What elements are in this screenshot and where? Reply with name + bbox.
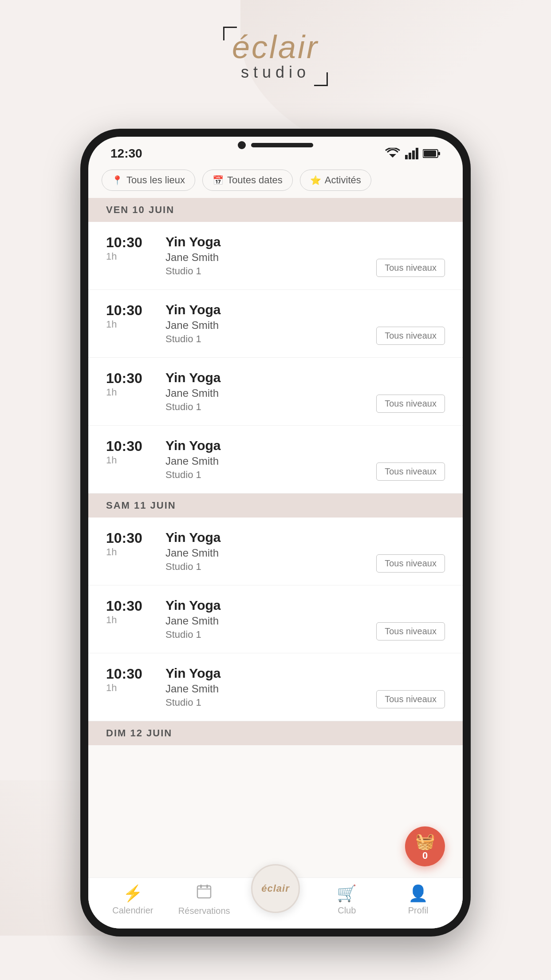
schedule-list[interactable]: VEN 10 JUIN 10:30 1h Yin Yoga Jane Smith… (88, 198, 463, 877)
day-header-sun-12-jun: DIM 12 JUIN (88, 721, 463, 745)
class-row[interactable]: 10:30 1h Yin Yoga Jane Smith Studio 1 To… (88, 653, 463, 721)
basket-icon: 🧺 (415, 832, 435, 851)
star-icon: ⭐ (310, 175, 321, 186)
class-instructor: Jane Smith (165, 319, 372, 332)
nav-item-reservations[interactable]: Réservations (177, 883, 231, 916)
class-row[interactable]: 10:30 1h Yin Yoga Jane Smith Studio 1 To… (88, 585, 463, 653)
class-row[interactable]: 10:30 1h Yin Yoga Jane Smith Studio 1 To… (88, 290, 463, 358)
svg-rect-3 (412, 150, 415, 159)
nav-item-calendrier[interactable]: ⚡ Calendrier (106, 884, 159, 916)
bottom-nav: ⚡ Calendrier Réservations éclair (88, 877, 463, 929)
class-level-badge[interactable]: Tous niveaux (376, 622, 445, 640)
class-info: Yin Yoga Jane Smith Studio 1 (165, 302, 372, 345)
class-location: Studio 1 (165, 333, 372, 345)
class-instructor: Jane Smith (165, 615, 372, 627)
class-time-value: 10:30 (106, 438, 155, 454)
svg-rect-8 (197, 886, 211, 898)
class-level-badge[interactable]: Tous niveaux (376, 395, 445, 413)
class-name: Yin Yoga (165, 370, 372, 385)
class-row[interactable]: 10:30 1h Yin Yoga Jane Smith Studio 1 To… (88, 222, 463, 290)
class-time-value: 10:30 (106, 598, 155, 614)
class-location: Studio 1 (165, 401, 372, 413)
cart-icon: 🛒 (337, 884, 357, 903)
class-row-content: Yin Yoga Jane Smith Studio 1 Tous niveau… (165, 666, 445, 708)
class-time-value: 10:30 (106, 302, 155, 319)
svg-marker-0 (389, 154, 396, 158)
signal-icon (405, 148, 418, 159)
class-row-content: Yin Yoga Jane Smith Studio 1 Tous niveau… (165, 234, 445, 277)
filter-dates-label: Toutes dates (227, 174, 283, 186)
class-row[interactable]: 10:30 1h Yin Yoga Jane Smith Studio 1 To… (88, 426, 463, 494)
svg-rect-1 (405, 155, 408, 159)
class-level-badge[interactable]: Tous niveaux (376, 554, 445, 573)
class-duration: 1h (106, 546, 155, 558)
nav-item-club[interactable]: 🛒 Club (320, 884, 374, 916)
class-time: 10:30 1h (106, 370, 155, 398)
nav-label-calendrier: Calendrier (112, 905, 153, 916)
class-row-content: Yin Yoga Jane Smith Studio 1 Tous niveau… (165, 370, 445, 413)
filter-bar: 📍 Tous les lieux 📅 Toutes dates ⭐ Activi… (88, 165, 463, 198)
svg-rect-6 (424, 150, 436, 157)
class-level-badge[interactable]: Tous niveaux (376, 690, 445, 708)
class-location: Studio 1 (165, 629, 372, 640)
class-instructor: Jane Smith (165, 387, 372, 399)
nav-item-profil[interactable]: 👤 Profil (392, 884, 445, 916)
home-logo-text: éclair (261, 883, 290, 894)
phone-notch (238, 141, 313, 149)
nav-label-club: Club (338, 905, 356, 916)
class-row-content: Yin Yoga Jane Smith Studio 1 Tous niveau… (165, 530, 445, 573)
class-duration: 1h (106, 387, 155, 398)
class-level-badge[interactable]: Tous niveaux (376, 259, 445, 277)
class-time-value: 10:30 (106, 530, 155, 546)
home-circle-button[interactable]: éclair (251, 864, 300, 913)
basket-count: 0 (422, 851, 428, 861)
status-icons (385, 148, 441, 159)
svg-rect-10 (200, 885, 202, 888)
class-duration: 1h (106, 454, 155, 466)
class-location: Studio 1 (165, 265, 372, 277)
class-name: Yin Yoga (165, 234, 372, 249)
class-time: 10:30 1h (106, 666, 155, 694)
class-name: Yin Yoga (165, 530, 372, 545)
flash-icon: ⚡ (123, 884, 143, 903)
svg-rect-7 (438, 152, 440, 155)
class-info: Yin Yoga Jane Smith Studio 1 (165, 598, 372, 640)
svg-rect-11 (206, 885, 208, 888)
status-time: 12:30 (110, 146, 142, 161)
class-location: Studio 1 (165, 469, 372, 481)
filter-activities[interactable]: ⭐ Activités (300, 170, 371, 191)
class-instructor: Jane Smith (165, 547, 372, 559)
filter-location[interactable]: 📍 Tous les lieux (102, 170, 195, 191)
class-level-badge[interactable]: Tous niveaux (376, 462, 445, 481)
basket-fab[interactable]: 🧺 0 (405, 826, 445, 866)
speaker-bar (251, 143, 313, 147)
day-header-sat-11-jun: SAM 11 JUIN (88, 494, 463, 518)
class-info: Yin Yoga Jane Smith Studio 1 (165, 370, 372, 413)
logo-eclair-text: éclair (232, 31, 319, 63)
filter-location-label: Tous les lieux (126, 174, 185, 186)
nav-item-home[interactable]: éclair (249, 864, 302, 913)
class-location: Studio 1 (165, 697, 372, 708)
class-level-badge[interactable]: Tous niveaux (376, 327, 445, 345)
logo-studio-text: studio (232, 63, 319, 82)
nav-label-reservations: Réservations (178, 906, 230, 916)
app-logo: éclair studio (223, 27, 328, 86)
class-name: Yin Yoga (165, 598, 372, 613)
location-icon: 📍 (112, 175, 123, 186)
class-time: 10:30 1h (106, 302, 155, 330)
class-info: Yin Yoga Jane Smith Studio 1 (165, 530, 372, 573)
filter-activities-label: Activités (325, 174, 361, 186)
filter-dates[interactable]: 📅 Toutes dates (202, 170, 293, 191)
class-info: Yin Yoga Jane Smith Studio 1 (165, 234, 372, 277)
class-instructor: Jane Smith (165, 251, 372, 264)
class-duration: 1h (106, 614, 155, 626)
svg-rect-4 (416, 148, 418, 159)
svg-rect-2 (409, 153, 411, 159)
class-row[interactable]: 10:30 1h Yin Yoga Jane Smith Studio 1 To… (88, 358, 463, 426)
class-time-value: 10:30 (106, 370, 155, 387)
camera-dot (238, 141, 246, 149)
class-row[interactable]: 10:30 1h Yin Yoga Jane Smith Studio 1 To… (88, 518, 463, 585)
battery-icon (423, 149, 441, 158)
class-row-content: Yin Yoga Jane Smith Studio 1 Tous niveau… (165, 598, 445, 640)
class-name: Yin Yoga (165, 666, 372, 681)
